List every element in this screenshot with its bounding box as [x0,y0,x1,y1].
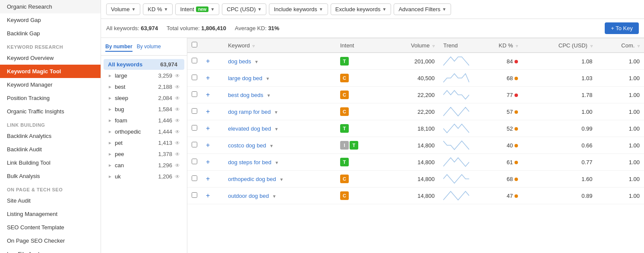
keyword-dropdown-icon[interactable]: ▼ [274,110,278,115]
sidebar-item-keyword-manager[interactable]: Keyword Manager [0,78,101,91]
sort-icon-cpc: ▿ [590,44,593,48]
intent-new-badge: new [196,6,208,12]
sidebar-item-keyword-gap[interactable]: Keyword Gap [0,13,101,27]
expand-icon: ► [108,84,112,89]
eye-icon[interactable]: 👁 [175,140,180,146]
sidebar-item-organic-traffic-insights[interactable]: Organic Traffic Insights [0,105,101,118]
keyword-group-item[interactable]: ►foam1,446👁 [104,115,184,126]
keyword-group-item[interactable]: ►can1,296👁 [104,160,184,171]
sidebar-item-bulk-analysis[interactable]: Bulk Analysis [0,169,101,183]
eye-icon[interactable]: 👁 [175,151,180,157]
table-header-kd[interactable]: KD % ▿ [474,38,522,53]
keyword-link[interactable]: costco dog bed [228,142,266,149]
eye-icon[interactable]: 👁 [175,84,180,90]
row-add-cell: + [202,70,224,87]
keyword-dropdown-icon[interactable]: ▼ [272,194,277,199]
keyword-dropdown-icon[interactable]: ▼ [269,144,274,148]
sidebar-item-backlink-gap[interactable]: Backlink Gap [0,27,101,40]
add-to-keyword-button[interactable]: + To Key [605,22,639,34]
sidebar-item-backlink-analytics[interactable]: Backlink Analytics [0,129,101,143]
keyword-group-count: 3,259 [158,72,172,79]
keyword-group-item[interactable]: ►pet1,413👁 [104,137,184,148]
keyword-dropdown-icon[interactable]: ▼ [275,127,279,131]
keyword-link[interactable]: elevated dog bed [228,125,271,132]
table-header-volume[interactable]: Volume ▿ [382,38,439,53]
intent-filter-button[interactable]: Intent new ▼ [175,3,219,15]
exclude-keywords-button[interactable]: Exclude keywords ▼ [331,3,391,15]
add-keyword-icon[interactable]: + [206,57,210,65]
keyword-link[interactable]: dog steps for bed [228,159,271,166]
keyword-group-item[interactable]: ►uk1,206👁 [104,171,184,182]
tab-by-volume[interactable]: By volume [137,42,161,52]
sidebar-item-site-audit[interactable]: Site Audit [0,194,101,207]
sidebar-item-listing-management[interactable]: Listing Management [0,207,101,221]
add-keyword-icon[interactable]: + [206,192,210,199]
keyword-link[interactable]: outdoor dog bed [228,193,269,199]
eye-icon[interactable]: 👁 [175,118,180,124]
keyword-group-item[interactable]: ►bug1,584👁 [104,104,184,115]
sidebar-item-position-tracking[interactable]: Position Tracking [0,91,101,105]
add-keyword-icon[interactable]: + [206,175,210,182]
table-row: + orthopedic dog bed ▼ C 14,800 68 1.60 … [187,171,644,187]
volume-filter-button[interactable]: Volume ▼ [106,3,140,15]
eye-icon[interactable]: 👁 [175,106,180,112]
table-header-com[interactable]: Com. ▿ [597,38,644,53]
keyword-dropdown-icon[interactable]: ▼ [279,177,284,182]
sidebar-item-keyword-overview[interactable]: Keyword Overview [0,51,101,65]
sidebar-item-link-building-tool[interactable]: Link Building Tool [0,156,101,169]
eye-icon[interactable]: 👁 [175,162,180,169]
keyword-dropdown-icon[interactable]: ▼ [254,59,259,64]
row-checkbox[interactable] [192,91,197,97]
keyword-group-item[interactable]: ►best2,188👁 [104,81,184,92]
row-checkbox[interactable] [192,159,197,164]
sidebar-item-backlink-audit[interactable]: Backlink Audit [0,143,101,156]
add-keyword-icon[interactable]: + [206,91,210,98]
table-header-keyword[interactable]: Keyword ▿ [224,38,336,53]
row-checkbox[interactable] [192,142,197,147]
select-all-checkbox[interactable] [192,42,197,47]
keyword-dropdown-icon[interactable]: ▼ [267,93,271,98]
keyword-group-item[interactable]: ►pee1,378👁 [104,149,184,159]
row-checkbox[interactable] [192,192,197,198]
sidebar-item-organic-research[interactable]: Organic Research [0,0,101,13]
eye-icon[interactable]: 👁 [175,95,180,101]
row-checkbox[interactable] [192,75,197,80]
keyword-dropdown-icon[interactable]: ▼ [265,76,270,81]
keyword-link[interactable]: dog beds [228,58,251,65]
add-keyword-icon[interactable]: + [206,141,210,149]
sidebar-item-seo-content-template[interactable]: SEO Content Template [0,221,101,234]
keyword-link[interactable]: orthopedic dog bed [228,176,276,182]
sidebar-item-keyword-magic-tool[interactable]: Keyword Magic Tool [0,65,101,78]
kd-filter-button[interactable]: KD % ▼ [143,3,173,15]
add-keyword-icon[interactable]: + [206,108,210,115]
keyword-group-label: pet [115,140,158,146]
keyword-group-item[interactable]: ►large3,259👁 [104,70,184,81]
eye-icon[interactable]: 👁 [175,129,180,135]
keyword-group-item[interactable]: All keywords63,974 [104,59,184,70]
row-kd-cell: 52 [474,120,522,137]
row-cpc-cell: 0.89 [522,187,597,204]
eye-icon[interactable]: 👁 [175,73,180,79]
row-checkbox[interactable] [192,108,197,114]
sidebar-item-log-file-analyzer[interactable]: Log File Analyzer [0,247,101,253]
row-checkbox[interactable] [192,58,197,63]
add-keyword-icon[interactable]: + [206,125,210,132]
row-checkbox[interactable] [192,125,197,131]
cpc-filter-button[interactable]: CPC (USD) ▼ [222,3,266,15]
eye-icon[interactable]: 👁 [175,174,180,180]
add-keyword-icon[interactable]: + [206,158,210,166]
keyword-link[interactable]: large dog bed [228,75,262,81]
keyword-link[interactable]: dog ramp for bed [228,109,271,115]
row-checkbox[interactable] [192,175,197,181]
include-keywords-button[interactable]: Include keywords ▼ [269,3,328,15]
keyword-group-item[interactable]: ►sleep2,084👁 [104,93,184,103]
tab-by-number[interactable]: By number [105,42,133,52]
advanced-filters-button[interactable]: Advanced Filters ▼ [394,3,451,15]
keyword-link[interactable]: best dog beds [228,92,263,98]
table-header-cpc[interactable]: CPC (USD) ▿ [522,38,597,53]
keyword-group-item[interactable]: ►orthopedic1,444👁 [104,126,184,137]
sidebar-item-on-page-seo-checker[interactable]: On Page SEO Checker [0,234,101,247]
add-keyword-icon[interactable]: + [206,74,210,81]
keyword-dropdown-icon[interactable]: ▼ [275,160,279,165]
intent-badge-c: C [340,191,349,200]
